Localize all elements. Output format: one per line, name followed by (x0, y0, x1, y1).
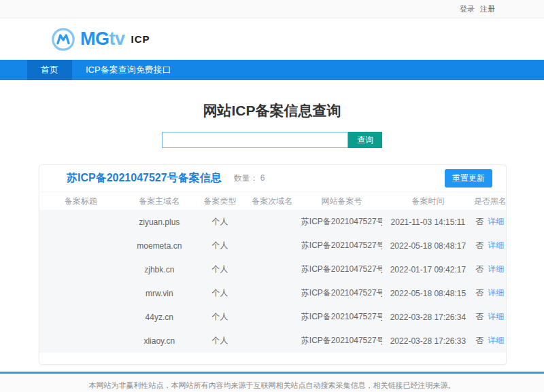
site-logo[interactable]: MGtv ICP (50, 26, 150, 52)
logo-band: MGtv ICP (0, 18, 544, 60)
cell-sub-domain (243, 234, 301, 257)
cell-record-title (39, 257, 122, 281)
cell-main-domain: 44yz.cn (122, 305, 197, 329)
cell-icp-number: 苏ICP备2021047527号-10 (301, 234, 382, 257)
blacklist-value: 否 (475, 240, 483, 250)
cell-record-title (39, 210, 122, 234)
table-row: moemeta.cn 个人 苏ICP备2021047527号-10 2022-0… (39, 234, 506, 257)
blacklist-value: 否 (475, 312, 483, 321)
cell-icp-number: 苏ICP备2021047527号-7 (301, 305, 382, 329)
cell-record-title (39, 234, 122, 257)
cell-sub-domain (243, 281, 301, 305)
column-header: 网站备案号 (301, 192, 382, 210)
cell-icp-number: 苏ICP备2021047527号-2 (301, 257, 382, 281)
column-header: 是否黑名单 (474, 192, 506, 210)
table-header-row: 备案标题备案主域名备案类型备案次域名网站备案号备案时间是否黑名单 (39, 192, 506, 210)
table-body: ziyuan.plus 个人 苏ICP备2021047527号-1 2021-1… (39, 210, 506, 353)
nav-item-icp-api[interactable]: ICP备案查询免费接口 (72, 60, 185, 80)
reset-refresh-button[interactable]: 重置更新 (445, 169, 492, 188)
cell-record-type: 个人 (197, 329, 243, 353)
cell-record-type: 个人 (197, 257, 243, 281)
blacklist-value: 否 (475, 288, 483, 298)
table-row: 44yz.cn 个人 苏ICP备2021047527号-7 2022-03-28… (39, 305, 506, 329)
column-header: 备案类型 (197, 192, 243, 210)
cell-main-domain: zjhbk.cn (122, 257, 197, 281)
cell-record-time: 2022-05-18 08:48:15 (382, 281, 473, 305)
column-header: 备案主域名 (122, 192, 197, 210)
detail-link[interactable]: 详细 (488, 336, 504, 345)
detail-link[interactable]: 详细 (488, 312, 504, 321)
result-card-header: 苏ICP备2021047527号备案信息 数量：6 重置更新 (39, 165, 506, 192)
column-header: 备案时间 (382, 192, 473, 210)
table-row: xliaoy.cn 个人 苏ICP备2021047527号-6 2022-03-… (39, 329, 506, 353)
cell-record-type: 个人 (197, 281, 243, 305)
cell-record-time: 2022-05-18 08:48:17 (382, 234, 473, 257)
login-link[interactable]: 登录 (460, 4, 475, 14)
cell-icp-number: 苏ICP备2021047527号-6 (301, 329, 382, 353)
cell-sub-domain (243, 329, 301, 353)
page: 登录 注册 MGtv ICP 首页 ICP备案查询免费接口 网站ICP备案信息查… (0, 0, 544, 392)
table-row: ziyuan.plus 个人 苏ICP备2021047527号-1 2021-1… (39, 210, 506, 234)
search-button[interactable]: 查询 (348, 132, 382, 148)
search-input[interactable] (162, 132, 348, 148)
cell-blacklist: 否详细 (474, 305, 506, 329)
table-row: mrw.vin 个人 苏ICP备2021047527号-8 2022-05-18… (39, 281, 506, 305)
cell-sub-domain (243, 305, 301, 329)
cell-main-domain: mrw.vin (122, 281, 197, 305)
detail-link[interactable]: 详细 (488, 240, 504, 250)
cell-record-title (39, 281, 122, 305)
cell-main-domain: xliaoy.cn (122, 329, 197, 353)
result-title: 苏ICP备2021047527号备案信息 (67, 171, 222, 185)
blacklist-value: 否 (475, 264, 483, 274)
cell-sub-domain (243, 210, 301, 234)
search-bar: 查询 (0, 132, 544, 148)
cell-blacklist: 否详细 (474, 210, 506, 234)
footer: 本网站为非赢利性站点，本网站所有内容均来源于互联网相关站点自动搜索采集信息，相关… (0, 374, 544, 392)
result-card: 苏ICP备2021047527号备案信息 数量：6 重置更新 备案标题备案主域名… (39, 164, 507, 365)
register-link[interactable]: 注册 (480, 4, 495, 14)
footer-text: 本网站为非赢利性站点，本网站所有内容均来源于互联网相关站点自动搜索采集信息，相关… (89, 380, 456, 391)
cell-sub-domain (243, 257, 301, 281)
column-header: 备案标题 (39, 192, 122, 210)
topbar: 登录 注册 (0, 0, 544, 18)
detail-link[interactable]: 详细 (488, 288, 504, 298)
logo-text: MGtv (80, 29, 125, 50)
cell-record-time: 2022-03-28 17:26:34 (382, 305, 473, 329)
logo-icp-label: ICP (131, 33, 150, 45)
cell-main-domain: ziyuan.plus (122, 210, 197, 234)
cell-blacklist: 否详细 (474, 329, 506, 353)
column-header: 备案次域名 (243, 192, 301, 210)
cell-blacklist: 否详细 (474, 234, 506, 257)
page-title: 网站ICP备案信息查询 (0, 101, 544, 120)
result-count: 数量：6 (234, 173, 265, 184)
cell-icp-number: 苏ICP备2021047527号-1 (301, 210, 382, 234)
cell-record-time: 2022-01-17 09:42:17 (382, 257, 473, 281)
cell-record-title (39, 329, 122, 353)
cell-record-type: 个人 (197, 305, 243, 329)
blacklist-value: 否 (475, 217, 483, 226)
nav-item-home[interactable]: 首页 (27, 60, 72, 80)
detail-link[interactable]: 详细 (488, 217, 504, 226)
cell-record-time: 2022-03-28 17:26:33 (382, 329, 473, 353)
cell-record-time: 2021-11-03 14:15:11 (382, 210, 473, 234)
cell-record-type: 个人 (197, 210, 243, 234)
cell-blacklist: 否详细 (474, 257, 506, 281)
main-nav: 首页 ICP备案查询免费接口 (0, 60, 544, 80)
cell-blacklist: 否详细 (474, 281, 506, 305)
mgtv-logo-icon (50, 26, 76, 52)
cell-main-domain: moemeta.cn (122, 234, 197, 257)
blacklist-value: 否 (475, 336, 483, 345)
cell-record-title (39, 305, 122, 329)
records-table: 备案标题备案主域名备案类型备案次域名网站备案号备案时间是否黑名单 ziyuan.… (39, 192, 506, 353)
cell-icp-number: 苏ICP备2021047527号-8 (301, 281, 382, 305)
table-row: zjhbk.cn 个人 苏ICP备2021047527号-2 2022-01-1… (39, 257, 506, 281)
detail-link[interactable]: 详细 (488, 264, 504, 274)
cell-record-type: 个人 (197, 234, 243, 257)
